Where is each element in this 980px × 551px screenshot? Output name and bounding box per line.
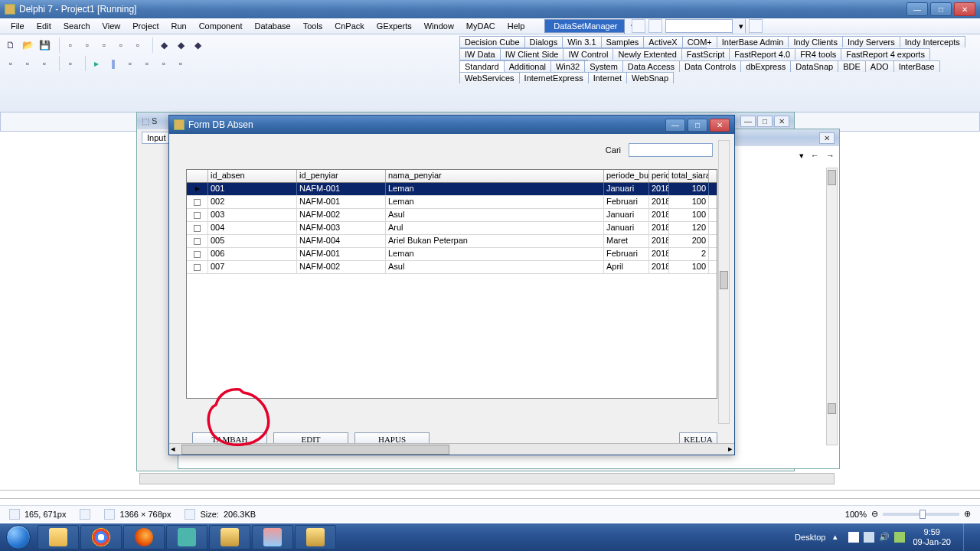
- tool-l[interactable]: ▫: [63, 56, 78, 71]
- tray-network-icon[interactable]: [864, 532, 874, 543]
- tool-c[interactable]: ▫: [96, 37, 112, 53]
- table-row[interactable]: 002NAFM-001LemanFebruari2018100: [187, 196, 717, 209]
- menu-run[interactable]: Run: [165, 19, 192, 33]
- db-grid[interactable]: id_absen id_penyiar nama_penyiar periode…: [186, 169, 717, 399]
- menu-help[interactable]: Help: [501, 19, 531, 33]
- menu-view[interactable]: View: [96, 19, 127, 33]
- search-input[interactable]: [629, 143, 713, 157]
- task-delphi1[interactable]: [209, 525, 250, 549]
- stop-icon[interactable]: ▫: [122, 56, 138, 71]
- nav-arrows[interactable]: ▾ ← →: [799, 151, 835, 161]
- run-icon[interactable]: ▸: [89, 56, 104, 71]
- palette-tab[interactable]: IW Data: [459, 48, 501, 60]
- menu-tools[interactable]: Tools: [297, 19, 329, 33]
- menu-cnpack[interactable]: CnPack: [328, 19, 371, 33]
- behind2-close[interactable]: ✕: [819, 132, 835, 144]
- tray-volume-icon[interactable]: 🔊: [879, 532, 890, 543]
- palette-tab[interactable]: Data Access: [622, 60, 680, 72]
- table-row[interactable]: 003NAFM-002AsulJanuari2018100: [187, 209, 717, 222]
- palette-tab[interactable]: InterBase Admin: [717, 36, 789, 47]
- palette-tab[interactable]: BDE: [838, 60, 866, 72]
- palette-tab[interactable]: Additional: [504, 60, 551, 72]
- dataset-manager-combo[interactable]: DataSetManager▾: [544, 19, 629, 33]
- new-icon[interactable]: 🗋: [3, 37, 18, 53]
- zoom-slider[interactable]: [883, 513, 959, 516]
- palette-tab[interactable]: FastScript: [681, 48, 730, 60]
- tool-m[interactable]: ▫: [156, 56, 172, 71]
- menu-component[interactable]: Component: [193, 19, 249, 33]
- palette-tab[interactable]: Newly Extented: [612, 48, 681, 60]
- palette-tab[interactable]: Indy Intercepts: [900, 36, 965, 47]
- palette-tab[interactable]: dbExpress: [740, 60, 791, 72]
- open-icon[interactable]: 📂: [20, 37, 35, 53]
- palette-tab[interactable]: FastReport 4.0: [729, 48, 795, 60]
- palette-tab[interactable]: FR4 tools: [795, 48, 841, 60]
- form-minimize[interactable]: —: [665, 119, 685, 132]
- show-desktop-label[interactable]: Desktop: [795, 533, 825, 542]
- tool-a[interactable]: ▫: [63, 37, 78, 53]
- task-firefox[interactable]: [123, 525, 165, 549]
- palette-tab[interactable]: InterBase: [893, 60, 940, 72]
- close-button[interactable]: ✕: [954, 2, 975, 16]
- behind-min[interactable]: —: [740, 116, 756, 127]
- palette-tab[interactable]: InternetExpress: [519, 72, 589, 83]
- table-row[interactable]: 006NAFM-001LemanFebruari20182: [187, 248, 717, 261]
- tool-b[interactable]: ▫: [80, 37, 95, 53]
- menu-database[interactable]: Database: [249, 19, 297, 33]
- col-periode-bul[interactable]: periode_bul: [604, 170, 649, 182]
- tool-n[interactable]: ▫: [173, 56, 188, 71]
- palette-tab[interactable]: ActiveX: [643, 36, 682, 47]
- task-app1[interactable]: [166, 525, 207, 549]
- table-row[interactable]: 001NAFM-001LemanJanuari2018100: [187, 183, 717, 196]
- toolbar-small-1[interactable]: [632, 19, 645, 33]
- tray-up-icon[interactable]: ▴: [833, 532, 844, 543]
- maximize-button[interactable]: □: [930, 2, 952, 16]
- task-explorer[interactable]: [38, 525, 79, 549]
- menu-edit[interactable]: Edit: [31, 19, 57, 33]
- form-close[interactable]: ✕: [710, 119, 730, 132]
- zoom-in-button[interactable]: ⊕: [964, 509, 971, 519]
- palette-tab[interactable]: System: [584, 60, 623, 72]
- menu-gexperts[interactable]: GExperts: [371, 19, 418, 33]
- palette-tab[interactable]: WebServices: [459, 72, 520, 83]
- col-periode[interactable]: perio: [649, 170, 669, 182]
- menu-file[interactable]: File: [5, 19, 31, 33]
- behind-max[interactable]: □: [757, 116, 773, 127]
- tray-flag-icon[interactable]: [848, 532, 859, 543]
- tool-f[interactable]: ◆: [156, 37, 172, 53]
- behind-scroll[interactable]: [826, 168, 838, 445]
- form-vscroll[interactable]: [718, 140, 730, 424]
- palette-tab[interactable]: FastReport 4 exports: [841, 48, 930, 60]
- task-chrome[interactable]: [80, 525, 122, 549]
- palette-tab[interactable]: Win32: [550, 60, 585, 72]
- zoom-out-button[interactable]: ⊖: [871, 509, 878, 519]
- palette-tab[interactable]: Decision Cube: [459, 36, 525, 47]
- task-paint[interactable]: [252, 525, 293, 549]
- menu-project[interactable]: Project: [126, 19, 165, 33]
- step-icon[interactable]: ▫: [139, 56, 155, 71]
- form-maximize[interactable]: □: [688, 119, 707, 132]
- tray-battery-icon[interactable]: [894, 532, 905, 543]
- save-icon[interactable]: 💾: [37, 37, 52, 53]
- palette-tab[interactable]: WebSnap: [626, 72, 674, 83]
- palette-tab[interactable]: COM+: [682, 36, 717, 47]
- menu-window[interactable]: Window: [418, 19, 460, 33]
- palette-tab[interactable]: IW Client Side: [500, 48, 564, 60]
- col-id-penyiar[interactable]: id_penyiar: [297, 170, 386, 182]
- palette-tab[interactable]: Samples: [601, 36, 645, 47]
- tool-j[interactable]: ▫: [20, 56, 35, 71]
- menu-search[interactable]: Search: [57, 19, 96, 33]
- tool-k[interactable]: ▫: [37, 56, 52, 71]
- palette-tab[interactable]: Data Controls: [679, 60, 741, 72]
- palette-tab[interactable]: Standard: [459, 60, 505, 72]
- col-total-siaran[interactable]: total_siaran: [669, 170, 709, 182]
- tool-i[interactable]: ▫: [3, 56, 18, 71]
- task-delphi2[interactable]: [295, 525, 336, 549]
- tool-e[interactable]: ▫: [130, 37, 145, 53]
- behind-close[interactable]: ✕: [774, 116, 789, 127]
- secondary-combo[interactable]: ▾: [665, 19, 746, 33]
- palette-tab[interactable]: Indy Clients: [788, 36, 842, 47]
- form-hscroll[interactable]: ◂▸: [169, 443, 734, 455]
- table-row[interactable]: 005NAFM-004Ariel Bukan PeterpanMaret2018…: [187, 235, 717, 248]
- col-id-absen[interactable]: id_absen: [208, 170, 297, 182]
